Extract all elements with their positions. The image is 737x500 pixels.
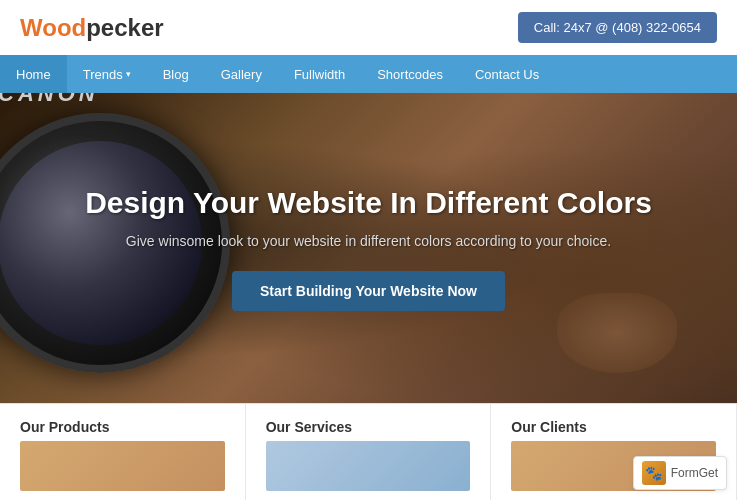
services-image [266, 441, 471, 491]
header: Woodpecker Call: 24x7 @ (408) 322-0654 [0, 0, 737, 55]
bottom-section: Our Products Our Services Our Clients 🐾 … [0, 403, 737, 500]
nav-item-fullwidth[interactable]: Fullwidth [278, 55, 361, 93]
nav-item-trends[interactable]: Trends ▾ [67, 55, 147, 93]
hero-subtitle: Give winsome look to your website in dif… [126, 233, 611, 249]
logo: Woodpecker [20, 14, 164, 42]
hero-content: Design Your Website In Different Colors … [0, 93, 737, 403]
formget-label: FormGet [671, 466, 718, 480]
logo-wood: Wood [20, 14, 86, 41]
logo-pecker: pecker [86, 14, 163, 41]
nav-item-home[interactable]: Home [0, 55, 67, 93]
products-col: Our Products [0, 404, 246, 500]
chevron-down-icon: ▾ [126, 69, 131, 79]
services-title: Our Services [266, 419, 471, 435]
hero-cta-button[interactable]: Start Building Your Website Now [232, 271, 505, 311]
nav-item-contact[interactable]: Contact Us [459, 55, 555, 93]
formget-icon: 🐾 [642, 461, 666, 485]
call-button[interactable]: Call: 24x7 @ (408) 322-0654 [518, 12, 717, 43]
formget-badge: 🐾 FormGet [633, 456, 727, 490]
products-image [20, 441, 225, 491]
hero-section: Design Your Website In Different Colors … [0, 93, 737, 403]
nav-item-shortcodes[interactable]: Shortcodes [361, 55, 459, 93]
hero-title: Design Your Website In Different Colors [85, 185, 652, 221]
nav-item-blog[interactable]: Blog [147, 55, 205, 93]
products-title: Our Products [20, 419, 225, 435]
clients-title: Our Clients [511, 419, 716, 435]
main-nav: Home Trends ▾ Blog Gallery Fullwidth Sho… [0, 55, 737, 93]
services-col: Our Services [246, 404, 492, 500]
nav-item-gallery[interactable]: Gallery [205, 55, 278, 93]
